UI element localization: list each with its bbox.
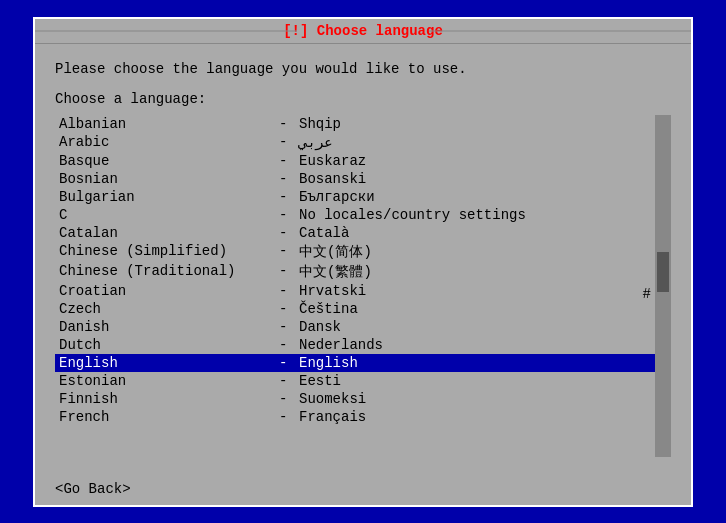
language-name: Catalan — [59, 225, 279, 241]
list-item[interactable]: C- No locales/country settings — [55, 206, 655, 224]
scrollbar-track: # — [657, 117, 669, 454]
list-item[interactable]: Chinese (Simplified)- 中文(简体) — [55, 242, 655, 262]
language-name: Croatian — [59, 283, 279, 299]
dialog: [!] Choose language Please choose the la… — [33, 17, 693, 507]
language-name: Danish — [59, 319, 279, 335]
language-name: Finnish — [59, 391, 279, 407]
native-name: No locales/country settings — [299, 207, 526, 223]
list-item[interactable]: Albanian- Shqip — [55, 115, 655, 133]
language-name: Chinese (Simplified) — [59, 243, 279, 261]
native-name: Euskaraz — [299, 153, 366, 169]
separator: - — [279, 391, 299, 407]
language-name: French — [59, 409, 279, 425]
language-name: Basque — [59, 153, 279, 169]
native-name: 中文(简体) — [299, 243, 372, 261]
native-name: English — [299, 355, 358, 371]
separator: - — [279, 409, 299, 425]
list-item[interactable]: Chinese (Traditional)- 中文(繁體) — [55, 262, 655, 282]
separator: - — [279, 337, 299, 353]
language-name: Albanian — [59, 116, 279, 132]
language-list: Albanian- ShqipArabic- عربيBasque- Euska… — [55, 115, 655, 456]
title-bar: [!] Choose language — [35, 19, 691, 44]
native-name: Suomeksi — [299, 391, 366, 407]
native-name: 中文(繁體) — [299, 263, 372, 281]
scrollbar-hash: # — [643, 286, 651, 302]
separator: - — [279, 243, 299, 261]
separator: - — [279, 207, 299, 223]
native-name: Nederlands — [299, 337, 383, 353]
separator: - — [279, 283, 299, 299]
scrollbar[interactable]: # — [655, 115, 671, 456]
list-item[interactable]: Croatian- Hrvatski — [55, 282, 655, 300]
list-item[interactable]: English- English — [55, 354, 655, 372]
dialog-title: [!] Choose language — [283, 23, 443, 39]
separator: - — [279, 263, 299, 281]
separator: - — [279, 373, 299, 389]
list-container: Albanian- ShqipArabic- عربيBasque- Euska… — [55, 115, 671, 456]
native-name: Català — [299, 225, 349, 241]
language-name: C — [59, 207, 279, 223]
native-name: Eesti — [299, 373, 341, 389]
native-name: Shqip — [299, 116, 341, 132]
separator: - — [279, 225, 299, 241]
separator: - — [279, 301, 299, 317]
list-item[interactable]: Danish- Dansk — [55, 318, 655, 336]
native-name: Hrvatski — [299, 283, 366, 299]
separator: - — [279, 189, 299, 205]
list-item[interactable]: Arabic- عربي — [55, 133, 655, 152]
native-name: Български — [299, 189, 375, 205]
list-item[interactable]: Czech- Čeština — [55, 300, 655, 318]
separator: - — [279, 171, 299, 187]
separator: - — [279, 355, 299, 371]
description-text: Please choose the language you would lik… — [55, 60, 671, 80]
separator: - — [279, 134, 299, 151]
separator: - — [279, 153, 299, 169]
list-item[interactable]: Finnish- Suomeksi — [55, 390, 655, 408]
language-name: English — [59, 355, 279, 371]
language-name: Chinese (Traditional) — [59, 263, 279, 281]
native-name: Dansk — [299, 319, 341, 335]
list-item[interactable]: French- Français — [55, 408, 655, 426]
language-name: Czech — [59, 301, 279, 317]
native-name: عربي — [299, 134, 333, 151]
list-item[interactable]: Bulgarian- Български — [55, 188, 655, 206]
separator: - — [279, 319, 299, 335]
dialog-content: Please choose the language you would lik… — [35, 44, 691, 473]
separator: - — [279, 116, 299, 132]
scrollbar-thumb — [657, 252, 669, 292]
list-item[interactable]: Dutch- Nederlands — [55, 336, 655, 354]
language-name: Arabic — [59, 134, 279, 151]
native-name: Français — [299, 409, 366, 425]
language-name: Estonian — [59, 373, 279, 389]
language-name: Bulgarian — [59, 189, 279, 205]
list-item[interactable]: Catalan- Català — [55, 224, 655, 242]
bottom-bar: <Go Back> — [35, 473, 691, 505]
go-back-button[interactable]: <Go Back> — [55, 481, 131, 497]
list-item[interactable]: Basque- Euskaraz — [55, 152, 655, 170]
native-name: Bosanski — [299, 171, 366, 187]
list-item[interactable]: Estonian- Eesti — [55, 372, 655, 390]
list-item[interactable]: Bosnian- Bosanski — [55, 170, 655, 188]
native-name: Čeština — [299, 301, 358, 317]
language-name: Bosnian — [59, 171, 279, 187]
choose-label: Choose a language: — [55, 91, 671, 107]
language-name: Dutch — [59, 337, 279, 353]
